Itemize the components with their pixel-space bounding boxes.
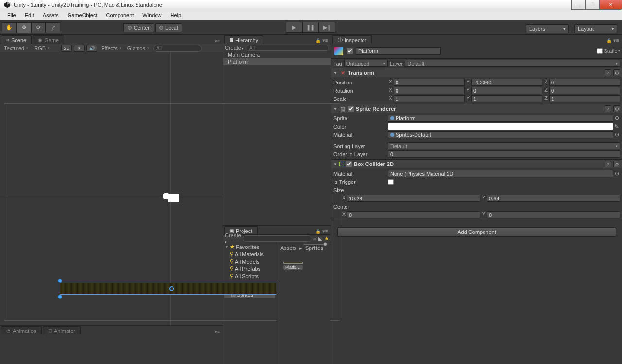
box-collider-help-icon[interactable]: ?: [605, 161, 611, 167]
layers-dropdown[interactable]: Layers: [526, 24, 569, 33]
transform-help-icon[interactable]: ?: [605, 69, 611, 76]
menu-help[interactable]: Help: [166, 12, 186, 18]
hierarchy-create-dropdown[interactable]: Create: [225, 45, 244, 50]
move-tool-button[interactable]: ✥: [17, 22, 31, 33]
material-picker-icon[interactable]: ⊙: [613, 132, 620, 138]
layout-dropdown[interactable]: Layout: [574, 24, 617, 33]
sorting-layer-dropdown[interactable]: Default: [388, 142, 620, 149]
box-collider-settings-icon[interactable]: [613, 161, 620, 167]
static-checkbox[interactable]: [597, 48, 603, 54]
scale-y-input[interactable]: [471, 95, 542, 102]
position-z-input[interactable]: [549, 79, 620, 86]
transform-foldout[interactable]: ▼: [333, 71, 337, 75]
maximize-button[interactable]: ☐: [586, 0, 600, 10]
camera-gizmo-icon[interactable]: [162, 191, 179, 204]
scene-tab[interactable]: ⌗Scene: [1, 35, 32, 44]
hierarchy-panel-options[interactable]: ▾≡: [322, 37, 328, 43]
tag-dropdown[interactable]: Untagged: [344, 60, 388, 67]
breadcrumb-sprites[interactable]: Sprites: [305, 245, 323, 251]
inspector-panel-options[interactable]: ▾≡: [613, 37, 619, 43]
pivot-toggle[interactable]: Center: [123, 23, 154, 32]
collider-center-x-input[interactable]: [347, 211, 480, 218]
unity-logo-icon: [4, 1, 11, 8]
animation-panel-options[interactable]: ▾≡: [215, 330, 220, 334]
scene-view[interactable]: [0, 52, 223, 325]
is-trigger-checkbox[interactable]: [388, 179, 394, 185]
selection-pivot-icon[interactable]: [169, 286, 174, 291]
animation-tab[interactable]: ◔Animation: [1, 326, 42, 334]
hierarchy-search-input[interactable]: [246, 45, 329, 51]
hierarchy-tab[interactable]: ≣Hierarchy: [224, 35, 263, 44]
animator-tab[interactable]: ⊟Animator: [43, 326, 81, 334]
hand-tool-button[interactable]: ✋: [2, 22, 17, 33]
thumbnail-size-slider[interactable]: [304, 244, 327, 245]
menu-edit[interactable]: Edit: [20, 12, 38, 18]
inspector-lock-icon[interactable]: [606, 37, 612, 43]
collider-size-y-input[interactable]: [487, 195, 620, 202]
space-toggle[interactable]: Local: [155, 23, 182, 32]
material-field[interactable]: Sprites-Default: [388, 131, 613, 138]
menu-file[interactable]: File: [3, 12, 20, 18]
platform-sprite-object[interactable]: [60, 283, 283, 295]
menu-window[interactable]: Window: [138, 12, 166, 18]
scene-panel-options[interactable]: ▾≡: [215, 39, 220, 44]
selection-handle-top-left[interactable]: [58, 279, 62, 283]
scale-z-input[interactable]: [549, 95, 620, 102]
physics-material-picker-icon[interactable]: ⊙: [613, 170, 620, 177]
rotation-y-input[interactable]: [471, 87, 542, 94]
sprite-renderer-help-icon[interactable]: ?: [605, 105, 611, 112]
gameobject-icon[interactable]: [333, 46, 344, 56]
order-in-layer-input[interactable]: [388, 150, 620, 158]
position-x-input[interactable]: [394, 79, 465, 86]
play-button[interactable]: ▶: [286, 22, 302, 33]
static-dropdown-icon[interactable]: ▾: [618, 49, 620, 53]
sprite-renderer-enabled-checkbox[interactable]: [348, 106, 354, 112]
sprite-field[interactable]: Platform: [388, 115, 613, 122]
hierarchy-lock-icon[interactable]: [315, 37, 321, 43]
render-mode-dropdown[interactable]: RGB: [32, 45, 59, 52]
breadcrumb-assets[interactable]: Assets: [280, 245, 296, 251]
menu-assets[interactable]: Assets: [38, 12, 63, 18]
gameobject-active-checkbox[interactable]: [347, 48, 353, 54]
layer-dropdown[interactable]: Default: [405, 60, 620, 67]
sprite-picker-icon[interactable]: ⊙: [613, 115, 620, 121]
collider-size-x-input[interactable]: [347, 195, 480, 202]
rotate-tool-button[interactable]: ⟳: [31, 22, 46, 33]
selection-handle-bottom-left[interactable]: [58, 295, 62, 299]
collider-center-y-input[interactable]: [487, 211, 620, 218]
lighting-toggle[interactable]: ☀: [74, 45, 85, 52]
gizmos-dropdown[interactable]: Gizmos: [125, 45, 151, 52]
inspector-tab[interactable]: ⓘInspector: [332, 35, 372, 44]
box-collider-enabled-checkbox[interactable]: [346, 161, 352, 167]
sprite-renderer-icon: ▨: [339, 105, 346, 112]
pause-button[interactable]: ❚❚: [302, 22, 319, 33]
add-component-button[interactable]: Add Component: [337, 227, 616, 237]
menu-gameobject[interactable]: GameObject: [63, 12, 102, 18]
rotation-x-input[interactable]: [394, 87, 465, 94]
color-field[interactable]: [388, 123, 613, 130]
gameobject-name-input[interactable]: [356, 47, 441, 55]
audio-toggle[interactable]: 🔊: [86, 45, 97, 52]
project-content[interactable]: Assets▸Sprites Platfo…: [276, 242, 331, 364]
shading-mode-dropdown[interactable]: Textured: [2, 45, 30, 52]
menu-component[interactable]: Component: [102, 12, 138, 18]
step-button[interactable]: ▶❙: [319, 22, 335, 33]
game-tab[interactable]: ◉Game: [33, 35, 64, 44]
minimize-button[interactable]: —: [571, 0, 586, 10]
physics-material-field[interactable]: None (Physics Material 2D: [388, 170, 613, 177]
effects-dropdown[interactable]: Effects: [99, 45, 123, 52]
hierarchy-item-platform[interactable]: Platform: [223, 58, 331, 65]
scene-search-input[interactable]: [153, 45, 202, 52]
close-button[interactable]: ✕: [600, 0, 622, 10]
rotation-z-input[interactable]: [549, 87, 620, 94]
position-y-input[interactable]: [471, 79, 542, 86]
asset-thumb-platform[interactable]: Platfo…: [281, 262, 305, 285]
2d-toggle[interactable]: 2D: [61, 45, 72, 52]
hierarchy-item-main-camera[interactable]: Main Camera: [223, 51, 331, 58]
sprite-renderer-settings-icon[interactable]: [613, 105, 620, 112]
eyedropper-icon[interactable]: ✎: [613, 123, 620, 130]
scale-tool-button[interactable]: ⤢: [46, 22, 60, 33]
scale-x-input[interactable]: [394, 95, 465, 102]
transform-settings-icon[interactable]: [613, 69, 620, 76]
layer-label: Layer: [390, 61, 403, 66]
